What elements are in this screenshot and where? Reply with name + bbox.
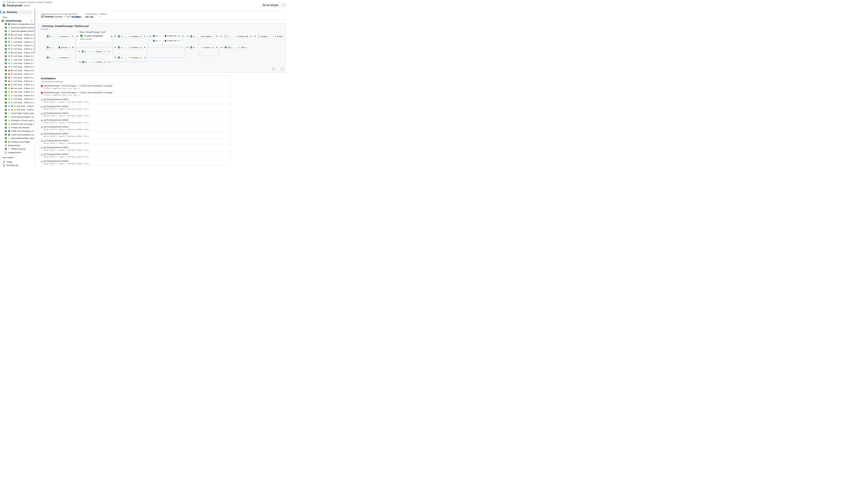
actor-name[interactable]: Paebbels [44,15,54,18]
sidebar-job-item[interactable]: Unit Tests - Python 3.13 [0,101,34,104]
graph-node-checkstatic[interactable]: S... / ... /Check Static Ty...17s [80,49,108,54]
scrollbar-thumb[interactable] [34,10,35,54]
status-success-icon [118,56,120,59]
sidebar-job-item[interactable]: Generate pipeline parameters [0,26,34,29]
sidebar-job-item[interactable]: Unit Tests - Python 3.13 [0,47,34,51]
docs-group-node[interactable]: S... / ... /HTML Docume...55sS... / ... … [151,32,182,44]
fullscreen-button[interactable] [271,67,275,71]
sidebar-job-item[interactable]: Unit Tests - Python 3.12 [0,61,34,65]
node-duration: 51s [177,40,180,42]
sidebar-group-simplepackage[interactable]: SimplePackage [1,19,33,22]
sidebar-job-item[interactable]: Unit Tests - Python 3.12 [0,80,34,83]
show-all-jobs-link[interactable]: Show all jobs [80,38,109,40]
annotation-title[interactable]: pyTooling/upload-artifact [44,153,69,156]
sidebar-job-item[interactable]: Unit Tests - Python 3.11 [0,94,34,97]
status-success-icon [4,33,7,36]
annotation-title[interactable]: SimplePackage / DocCoverage /Check docum… [44,91,112,94]
sidebar-job-item[interactable]: Publish Test Results [0,126,34,129]
annotation-title[interactable]: pyTooling/upload-artifact [44,119,69,121]
sidebar-job-item[interactable]: Unit Tests - Python 3.11 [0,40,34,44]
graph-node-checkdoc[interactable]: S... / ... /Check docume...18s [81,60,109,64]
node-duration: 4s [69,46,71,48]
sidebar-job-item[interactable]: Publish Code Coverage Results [0,122,34,126]
annotation-title[interactable]: pyTooling/upload-artifact [44,139,69,142]
sidebar-item-summary[interactable]: Summary [1,10,32,14]
sidebar-job-item[interactable]: Publish to GH-Pages [0,140,34,144]
sidebar-job-item[interactable]: Unit Tests - Python 3.12 [0,44,34,47]
chevron-up-icon[interactable] [30,19,33,22]
python-version-dot [11,38,13,39]
graph-node-cleanup[interactable]: Sim... / ... /Artifact Cleanup4s [223,45,249,49]
sidebar-job-item[interactable]: Unit Tests - Python 3.9 [0,69,34,72]
sidebar-job-item[interactable]: Unit Tests - Python 3.12 [0,104,34,108]
sidebar-job-item[interactable]: Unit Tests - Python 3.13 [0,65,34,69]
sidebar-job-item[interactable]: Artifact Cleanup [0,147,34,151]
window-icon [8,66,10,68]
sidebar-job-item[interactable]: Unit Tests - Python 3.12 [0,97,34,101]
graph-node-gen2[interactable]: S... / ... /Generate pipelin...0s [45,55,72,60]
graph-node-docs[interactable]: S... / ... /HTML Docume...55s [153,34,180,38]
zoom-in-button[interactable]: + [280,67,284,71]
python-version-dot [11,59,13,60]
matrix-group-node[interactable]: 22 jobs completed Show all jobs [78,33,111,42]
sidebar-scrollbar[interactable] [34,9,35,168]
python-version-dot [11,52,13,53]
annotation-title[interactable]: pyTooling/upload-artifact [44,126,69,128]
sidebar-job-item[interactable]: Unit Tests - Python 3.9 [0,33,34,37]
sidebar-job-item[interactable]: Unit Tests - Python 3.10 [0,90,34,93]
annotation-title[interactable]: pyTooling/upload-artifact [44,98,69,101]
annotation-title[interactable]: pyTooling/upload-artifact [44,112,69,115]
avatar[interactable] [41,15,43,18]
sidebar-item-usage[interactable]: Usage [0,160,34,163]
sidebar-job-item[interactable]: Unit Tests - Python 3.9 [0,51,34,54]
sidebar-job-item[interactable]: Check documentation covera... [0,115,34,118]
matrix-tab[interactable]: Matrix: SimplePackage / UnitTest... [78,30,106,33]
python-version-dot [11,102,13,103]
graph-node-pubtest[interactable]: S... / ... /Publish Test Re...13s [116,45,144,49]
graph-node-extract[interactable]: S... / ... /Extract configur...4s [45,45,72,49]
run-detail-label: Usage [6,161,13,163]
sidebar-job-item[interactable]: Unit Tests - Python 3.9 [0,87,34,90]
annotation-title[interactable]: pyTooling/upload-artifact [44,105,69,108]
breadcrumb[interactable]: Verification of Pipeline Templates (Simp… [2,1,52,3]
sidebar-job-item[interactable]: Unit Tests - Python 3.10 [0,37,34,40]
graph-node-gen1[interactable]: S... / ... /Generate pipelin...0s [45,34,72,39]
sidebar-job-item[interactable]: Unit Tests - Python 3.10 [0,72,34,76]
graph-node-pkg[interactable]: S... / ... /Package in Sou...18s [116,55,144,60]
graph-node-docs[interactable]: S... / ... /LaTeX Docume...51s [153,39,180,43]
sidebar-job-item[interactable]: Package in Source and Wheel... [0,119,34,122]
sidebar-job-item[interactable]: Unit Tests - Python 3.11 [0,58,34,61]
sidebar-job-item[interactable]: Extract configurations from p... [0,22,34,26]
graph-node-release[interactable]: S... / ... /Create 'Release Pa... [222,34,250,39]
sidebar-job-item[interactable]: PublishOnPyPI [0,151,34,154]
sidebar-job-item[interactable]: Unit Tests - Python 3.10 [0,55,34,58]
breadcrumb-label[interactable]: Verification of Pipeline Templates (Simp… [6,1,52,3]
graph-node-ghpages[interactable]: S... / ... /Publish to GH-P...7s [188,34,216,39]
back-arrow-icon[interactable] [2,1,5,3]
sidebar-item-workflow-file[interactable]: Workflow file [0,163,34,167]
graph-node-intermediate[interactable]: S... / ... /Intermediate A...16s [188,45,216,49]
rerun-all-jobs-button[interactable]: Re-run all jobs [261,3,281,7]
node-label: S... / ... /Publish Code C... [121,35,138,38]
annotation-title[interactable]: pyTooling/upload-artifact [44,160,69,162]
annotation-title[interactable]: pyTooling/upload-artifact [44,146,69,149]
sidebar-job-item[interactable]: Unit Tests - Python 3.12 [0,108,34,111]
sidebar-job-item[interactable]: Unit Tests - Python 3.11 [0,76,34,80]
sidebar-job-item[interactable]: ReleasePage [0,144,34,147]
eyes-icon [77,85,80,87]
window-icon [8,52,10,54]
annotation-title[interactable]: SimplePackage / DocCoverage /Check docum… [44,85,112,87]
sidebar-job-item[interactable]: Unit Tests - Python 3.13 [0,83,34,87]
sidebar-job-item[interactable]: Generate pipeline parameters [0,29,34,33]
sidebar-job-item[interactable]: LaTeX Documentation using ... [0,133,34,136]
more-options-button[interactable] [282,3,286,7]
graph-node-pubcode[interactable]: S... / ... /Publish Code C...20s [116,34,144,39]
graph-node-pypi[interactable]: Simple... / ... /Publish to PyPI [256,34,284,39]
sidebar-job-item[interactable]: Intermediate Artifact Cleanup [0,136,34,140]
scrollbar-up-arrow[interactable] [34,9,35,10]
job-label: Artifact Cleanup [11,148,25,150]
annotation-title[interactable]: pyTooling/upload-artifact [44,132,69,135]
sidebar-job-item[interactable]: Check Static Typing using Pyt... [0,112,34,115]
sidebar-job-item[interactable]: HTML Documentation using ... [0,129,34,133]
zoom-out-button[interactable]: − [277,67,280,71]
